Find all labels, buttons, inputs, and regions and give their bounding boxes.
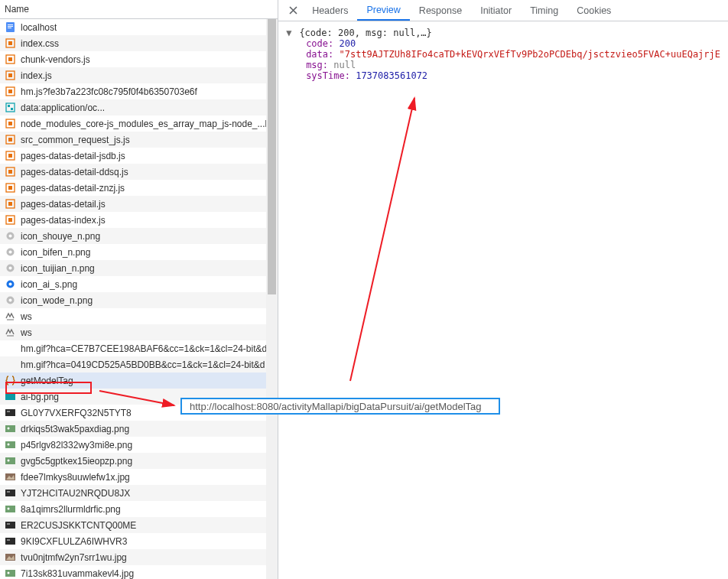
preview-field-data[interactable]: data: "7stt9AJTZUh8IFo4caTD+kEVQrxVEfTv9…: [286, 49, 720, 60]
scrollbar-thumb[interactable]: [268, 19, 276, 294]
img-blue-icon: [5, 278, 16, 290]
request-row[interactable]: fdee7lmkys8uuwlefw1x.jpg: [0, 469, 278, 485]
tab-initiator[interactable]: Initiator: [471, 0, 521, 21]
request-row[interactable]: ai-bg.png: [0, 389, 278, 405]
request-row[interactable]: pages-datas-detail.js: [0, 196, 278, 212]
preview-summary-line[interactable]: ▼ {code: 200, msg: null,…}: [286, 28, 720, 38]
svg-rect-55: [5, 538, 15, 545]
request-row[interactable]: 7i13sk831uvammakevl4.jpg: [0, 565, 278, 579]
json-key: data: [306, 49, 328, 60]
request-row[interactable]: pages-datas-index.js: [0, 212, 278, 228]
none-icon: [5, 343, 16, 354]
request-row[interactable]: p45rlgv82l332wy3mi8e.png: [0, 437, 278, 453]
request-row[interactable]: src_common_request_js.js: [0, 132, 278, 148]
request-name: ws: [21, 327, 32, 338]
img-teal-icon: [5, 391, 16, 402]
thumb-photo-icon: [5, 551, 16, 563]
js-orange-icon: [5, 70, 16, 81]
request-row[interactable]: ws: [0, 324, 278, 340]
request-name: hm.js?fe3b7a223fc08c795f0f4b6350703e6f: [21, 86, 197, 97]
request-row[interactable]: localhost: [0, 19, 278, 35]
request-row[interactable]: drkiqs5t3wak5paxdiag.png: [0, 421, 278, 437]
svg-point-52: [8, 508, 10, 510]
request-row[interactable]: icon_ai_s.png: [0, 276, 278, 292]
request-row[interactable]: pages-datas-detail-ddsq.js: [0, 164, 278, 180]
request-row[interactable]: pages-datas-detail-jsdb.js: [0, 148, 278, 164]
preview-text: ,…}: [415, 28, 432, 38]
svg-rect-56: [7, 539, 10, 541]
svg-rect-13: [8, 105, 10, 107]
request-name: pages-datas-detail.js: [21, 199, 106, 210]
disclosure-triangle-icon[interactable]: ▼: [286, 28, 294, 38]
request-row[interactable]: hm.gif?hca=0419CD525A5BD0BB&cc=1&ck=1&cl…: [0, 356, 278, 372]
request-name: gvg5c5gptkex15ieopzp.png: [21, 456, 132, 467]
request-row[interactable]: chunk-vendors.js: [0, 51, 278, 67]
request-row[interactable]: YJT2HCITAU2NRQDU8JX: [0, 485, 278, 501]
request-row[interactable]: 9KI9CXFLULZA6IWHVR3: [0, 533, 278, 549]
svg-rect-44: [5, 441, 15, 448]
thumb-dark-icon: [5, 535, 16, 547]
svg-rect-16: [8, 122, 12, 125]
preview-field-code[interactable]: code: 200: [286, 38, 720, 49]
request-row[interactable]: 8a1qimrs2llurmldrfic.png: [0, 501, 278, 517]
request-row[interactable]: icon_bifen_n.png: [0, 244, 278, 260]
vertical-scrollbar[interactable]: [266, 19, 278, 579]
request-row[interactable]: ws: [0, 308, 278, 324]
request-row[interactable]: hm.gif?hca=CE7B7CEE198ABAF6&cc=1&ck=1&cl…: [0, 340, 278, 356]
request-row[interactable]: icon_tuijian_n.png: [0, 260, 278, 276]
tab-headers[interactable]: Headers: [303, 0, 357, 21]
tab-preview[interactable]: Preview: [357, 0, 409, 21]
svg-point-38: [9, 299, 12, 302]
json-key: code: [306, 38, 328, 49]
tab-timing[interactable]: Timing: [521, 0, 567, 21]
js-orange-icon: [5, 118, 16, 129]
request-row[interactable]: index.js: [0, 67, 278, 83]
request-row[interactable]: tvu0njtmfw2yn7srr1wu.jpg: [0, 549, 278, 565]
preview-body[interactable]: ▼ {code: 200, msg: null,…} code: 200 dat…: [278, 21, 728, 579]
request-row[interactable]: icon_wode_n.png: [0, 292, 278, 308]
column-header-name[interactable]: Name: [0, 0, 278, 19]
svg-rect-18: [8, 138, 12, 141]
request-name: GL0Y7VXERFQ32N5TYT8: [21, 408, 132, 418]
request-row[interactable]: ER2CUSJSKKTCNTQ00ME: [0, 517, 278, 533]
tab-cookies[interactable]: Cookies: [567, 0, 620, 21]
svg-rect-22: [8, 170, 12, 174]
request-name: icon_wode_n.png: [21, 295, 93, 306]
request-row[interactable]: pages-datas-detail-znzj.js: [0, 180, 278, 196]
request-name: p45rlgv82l332wy3mi8e.png: [21, 440, 132, 451]
request-row[interactable]: hm.js?fe3b7a223fc08c795f0f4b6350703e6f: [0, 83, 278, 99]
request-row[interactable]: gvg5c5gptkex15ieopzp.png: [0, 453, 278, 469]
request-name: index.css: [21, 38, 59, 49]
none-icon: [5, 359, 16, 370]
request-row[interactable]: index.css: [0, 35, 278, 51]
request-name: src_common_request_js.js: [21, 135, 130, 145]
svg-point-30: [9, 235, 12, 238]
request-row[interactable]: GL0Y7VXERFQ32N5TYT8: [0, 405, 278, 421]
thumb-mid-icon: [5, 439, 16, 451]
request-row[interactable]: icon_shouye_n.png: [0, 228, 278, 244]
thumb-mid-icon: [5, 455, 16, 467]
thumb-dark-icon: [5, 519, 16, 531]
svg-rect-58: [5, 570, 15, 577]
close-detail-button[interactable]: [283, 0, 303, 21]
request-row[interactable]: node_modules_core-js_modules_es_array_ma…: [0, 115, 278, 132]
svg-point-43: [8, 428, 10, 430]
thumb-dark-icon: [5, 487, 16, 499]
request-row[interactable]: data:application/oc...: [0, 99, 278, 115]
request-name: pages-datas-index.js: [21, 215, 106, 226]
svg-rect-40: [5, 409, 15, 416]
preview-field-msg[interactable]: msg: null: [286, 60, 720, 70]
tab-response[interactable]: Response: [410, 0, 471, 21]
close-icon: [289, 6, 297, 15]
preview-text: , msg:: [355, 28, 394, 38]
request-name: data:application/oc...: [21, 102, 105, 113]
svg-rect-28: [8, 218, 12, 222]
request-name: 9KI9CXFLULZA6IWHVR3: [21, 536, 127, 547]
request-name: 7i13sk831uvammakevl4.jpg: [21, 568, 134, 579]
preview-field-systime[interactable]: sysTime: 1737083561072: [286, 70, 720, 81]
request-row[interactable]: getModelTag: [0, 372, 278, 389]
request-list[interactable]: localhostindex.csschunk-vendors.jsindex.…: [0, 19, 278, 579]
svg-rect-41: [7, 411, 10, 412]
request-name: icon_tuijian_n.png: [21, 263, 95, 274]
thumb-mid-icon: [5, 423, 16, 434]
